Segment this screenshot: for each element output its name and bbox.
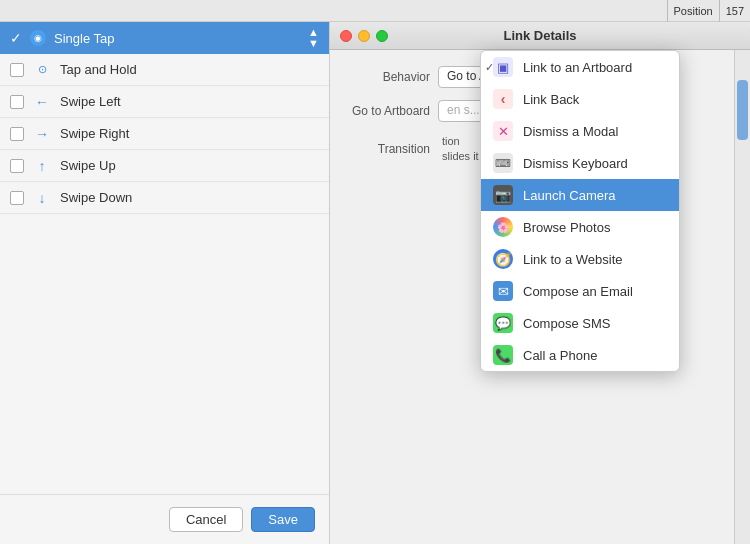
- keyboard-label: Dismiss Keyboard: [523, 156, 628, 171]
- gesture-item-tap-hold[interactable]: ⊙ Tap and Hold: [0, 54, 329, 86]
- menu-item-modal[interactable]: ✕ Dismiss a Modal: [481, 115, 679, 147]
- panel-title: Link Details: [504, 28, 577, 43]
- menu-item-phone[interactable]: 📞 Call a Phone: [481, 339, 679, 371]
- website-label: Link to a Website: [523, 252, 622, 267]
- goto-label: Go to Artboard: [350, 104, 430, 118]
- menu-item-website[interactable]: 🧭 Link to a Website: [481, 243, 679, 275]
- header-check-icon: ✓: [10, 30, 22, 46]
- phone-icon: 📞: [493, 345, 513, 365]
- checkbox-swipe-down[interactable]: [10, 191, 24, 205]
- camera-label: Launch Camera: [523, 188, 616, 203]
- gesture-panel: ✓ ◉ Single Tap ▲▼ ⊙ Tap and Hold ← Swipe…: [0, 22, 330, 544]
- stepper-icon[interactable]: ▲▼: [308, 27, 319, 49]
- camera-icon: 📷: [493, 185, 513, 205]
- swipe-down-label: Swipe Down: [60, 190, 132, 205]
- keyboard-icon: ⌨: [493, 153, 513, 173]
- gesture-item-swipe-down[interactable]: ↓ Swipe Down: [0, 182, 329, 214]
- cancel-button[interactable]: Cancel: [169, 507, 243, 532]
- menu-item-sms[interactable]: 💬 Compose SMS: [481, 307, 679, 339]
- goto-hint: en s...: [447, 103, 480, 117]
- position-label: Position: [667, 0, 720, 22]
- artboard-icon: ▣: [493, 57, 513, 77]
- scrollbar[interactable]: [734, 50, 750, 544]
- gesture-item-swipe-up[interactable]: ↑ Swipe Up: [0, 150, 329, 182]
- swipe-up-icon: ↑: [34, 158, 50, 174]
- phone-label: Call a Phone: [523, 348, 597, 363]
- toolbar: Position 157: [0, 0, 750, 22]
- email-label: Compose an Email: [523, 284, 633, 299]
- swipe-right-icon: →: [34, 126, 50, 142]
- single-tap-icon: ◉: [30, 30, 46, 46]
- scrollbar-thumb[interactable]: [737, 80, 748, 140]
- transition-label: Transition: [350, 142, 430, 156]
- traffic-lights: [340, 30, 388, 42]
- checkbox-swipe-right[interactable]: [10, 127, 24, 141]
- minimize-button[interactable]: [358, 30, 370, 42]
- header-gesture-label: Single Tap: [54, 31, 300, 46]
- gesture-item-swipe-right[interactable]: → Swipe Right: [0, 118, 329, 150]
- behavior-label: Behavior: [350, 70, 430, 84]
- menu-item-keyboard[interactable]: ⌨ Dismiss Keyboard: [481, 147, 679, 179]
- position-display: Position 157: [667, 0, 751, 22]
- photos-label: Browse Photos: [523, 220, 610, 235]
- dropdown-menu: ✓ ▣ Link to an Artboard ‹ Link Back ✕ Di…: [480, 50, 680, 372]
- photos-icon: 🌸: [493, 217, 513, 237]
- menu-item-camera[interactable]: 📷 Launch Camera: [481, 179, 679, 211]
- save-button[interactable]: Save: [251, 507, 315, 532]
- modal-label: Dismiss a Modal: [523, 124, 618, 139]
- swipe-down-icon: ↓: [34, 190, 50, 206]
- gesture-item-swipe-left[interactable]: ← Swipe Left: [0, 86, 329, 118]
- back-label: Link Back: [523, 92, 579, 107]
- menu-item-artboard[interactable]: ✓ ▣ Link to an Artboard: [481, 51, 679, 83]
- sms-icon: 💬: [493, 313, 513, 333]
- maximize-button[interactable]: [376, 30, 388, 42]
- swipe-left-icon: ←: [34, 94, 50, 110]
- main-titlebar: Link Details: [330, 22, 750, 50]
- checkmark-icon: ✓: [485, 61, 494, 74]
- checkbox-swipe-up[interactable]: [10, 159, 24, 173]
- tap-hold-icon: ⊙: [34, 63, 50, 76]
- swipe-right-label: Swipe Right: [60, 126, 129, 141]
- sms-label: Compose SMS: [523, 316, 610, 331]
- checkbox-tap-hold[interactable]: [10, 63, 24, 77]
- position-value: 157: [720, 0, 750, 22]
- checkbox-swipe-left[interactable]: [10, 95, 24, 109]
- menu-item-email[interactable]: ✉ Compose an Email: [481, 275, 679, 307]
- swipe-left-label: Swipe Left: [60, 94, 121, 109]
- menu-item-back[interactable]: ‹ Link Back: [481, 83, 679, 115]
- gesture-panel-buttons: Cancel Save: [0, 494, 329, 544]
- artboard-label: Link to an Artboard: [523, 60, 632, 75]
- close-button[interactable]: [340, 30, 352, 42]
- modal-icon: ✕: [493, 121, 513, 141]
- back-icon: ‹: [493, 89, 513, 109]
- menu-item-photos[interactable]: 🌸 Browse Photos: [481, 211, 679, 243]
- tap-hold-label: Tap and Hold: [60, 62, 137, 77]
- website-icon: 🧭: [493, 249, 513, 269]
- swipe-up-label: Swipe Up: [60, 158, 116, 173]
- email-icon: ✉: [493, 281, 513, 301]
- gesture-header-item[interactable]: ✓ ◉ Single Tap ▲▼: [0, 22, 329, 54]
